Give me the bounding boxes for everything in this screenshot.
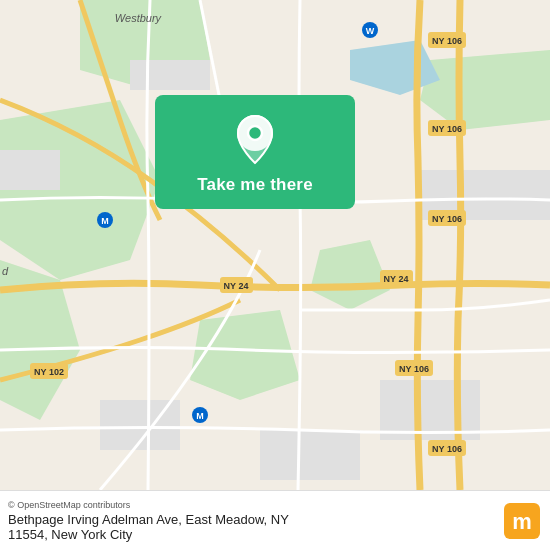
map-pin-icon (233, 113, 277, 165)
osm-attribution: © OpenStreetMap contributors (8, 500, 289, 510)
svg-rect-9 (130, 60, 210, 90)
svg-text:NY 106: NY 106 (399, 364, 429, 374)
moovit-icon: m (504, 503, 540, 539)
svg-text:M: M (101, 216, 109, 226)
svg-point-39 (248, 126, 262, 140)
svg-rect-8 (0, 150, 60, 190)
svg-text:NY 24: NY 24 (224, 281, 249, 291)
svg-text:NY 106: NY 106 (432, 444, 462, 454)
svg-text:M: M (196, 411, 204, 421)
moovit-logo: m (504, 503, 540, 539)
address-line1: Bethpage Irving Adelman Ave, East Meadow… (8, 512, 289, 527)
cta-button[interactable]: Take me there (155, 95, 355, 209)
svg-text:NY 102: NY 102 (34, 367, 64, 377)
bottom-info-bar: © OpenStreetMap contributors Bethpage Ir… (0, 490, 550, 550)
address-section: © OpenStreetMap contributors Bethpage Ir… (8, 500, 289, 542)
svg-text:NY 106: NY 106 (432, 36, 462, 46)
svg-text:W: W (366, 26, 375, 36)
svg-text:Westbury: Westbury (115, 12, 163, 24)
svg-text:m: m (512, 509, 532, 534)
svg-rect-13 (260, 430, 360, 480)
take-me-there-label: Take me there (197, 175, 313, 195)
svg-text:NY 24: NY 24 (384, 274, 409, 284)
map-view: NY 106 NY 106 NY 106 NY 106 NY 106 NY 24… (0, 0, 550, 490)
svg-text:NY 106: NY 106 (432, 214, 462, 224)
address-line2: 11554, New York City (8, 527, 289, 542)
svg-text:NY 106: NY 106 (432, 124, 462, 134)
svg-text:d: d (2, 265, 9, 277)
